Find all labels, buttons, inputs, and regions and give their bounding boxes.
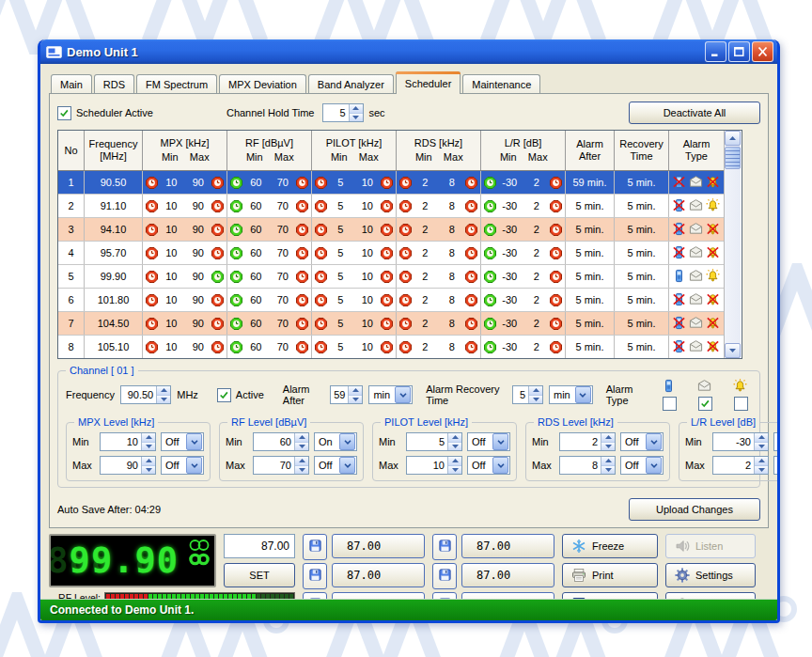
status-bar: Connected to Demo Unit 1. [40,599,777,620]
scroll-down-button[interactable] [725,343,741,358]
table-row[interactable]: 7104.501090607051028-3025 min.5 min. [58,311,724,335]
scroll-thumb[interactable] [725,147,741,169]
max-status-clock-icon [296,224,308,236]
alarm-type-option-phone[interactable] [658,379,680,411]
min-value-spinner[interactable]: 10 [100,432,156,451]
alarm-type-option-mail[interactable] [694,379,716,411]
max-status-clock-icon [550,224,562,236]
alarm-after-spinner[interactable]: 59 [330,385,363,404]
max-value-spinner[interactable]: 90 [100,456,156,475]
tab-main[interactable]: Main [51,74,92,93]
table-row[interactable]: 495.701090607051028-3025 min.5 min. [58,241,724,264]
tab-rds[interactable]: RDS [94,74,134,93]
preset-frequency-button[interactable]: 87.00 [461,563,554,587]
scroll-up-button[interactable] [725,131,741,146]
tab-mpx-deviation[interactable]: MPX Deviation [219,74,306,93]
max-switch-combo[interactable]: Off [467,456,510,475]
deactivate-all-button[interactable]: Deactivate All [629,102,760,124]
maximize-button[interactable] [728,41,750,62]
cell-minmax: 28 [397,218,481,241]
alarm-type-checkbox[interactable] [698,397,712,411]
active-checkbox[interactable]: Active [217,388,264,402]
preset-frequency-button[interactable]: 87.00 [332,592,425,599]
min-status-clock-icon [146,294,158,306]
cell-minmax: 1090 [143,312,227,335]
min-switch-combo[interactable]: On [314,432,357,451]
alarm-after-unit-combo[interactable]: min [368,385,413,404]
stereo-indicator-icon [187,539,211,571]
max-value-spinner[interactable]: 10 [406,456,462,475]
set-button[interactable]: SET [224,563,295,587]
min-value-spinner[interactable]: 2 [559,432,616,451]
table-row[interactable]: 291.101090607051028-3025 min.5 min. [58,194,724,217]
disconnect-button[interactable]: Disconnect [665,592,756,599]
scheduler-active-checkbox[interactable]: Scheduler Active [57,106,153,120]
min-switch-combo[interactable]: Off [161,432,204,451]
max-status-clock-icon [550,271,562,283]
scroll-track[interactable] [725,170,741,343]
save-preset-button[interactable] [432,534,457,560]
settings-button[interactable]: Settings [665,563,756,587]
table-row[interactable]: 190.501090607051028-30259 min.5 min. [58,171,724,194]
max-value-spinner[interactable]: 8 [559,456,616,475]
min-status-clock-icon [484,200,496,212]
max-switch-combo[interactable]: Off [773,456,777,475]
freeze-button[interactable]: Freeze [562,534,658,558]
table-row[interactable]: 394.101090607051028-3025 min.5 min. [58,217,724,241]
alarm-recovery-spinner[interactable]: 5 [512,385,543,404]
tab-fm-spectrum[interactable]: FM Spectrum [136,74,217,93]
preset-frequency-button[interactable]: 87.00 [461,592,554,599]
max-switch-combo[interactable]: Off [314,456,357,475]
max-value-spinner[interactable]: 2 [712,456,769,475]
min-status-clock-icon [484,294,496,306]
print-button[interactable]: Print [562,563,658,587]
min-value-spinner[interactable]: -30 [712,432,769,451]
max-status-clock-icon [211,247,224,259]
max-value-spinner[interactable]: 70 [253,456,309,475]
save-preset-button[interactable] [303,592,327,599]
max-status-clock-icon [465,294,477,306]
min-value-spinner[interactable]: 5 [406,432,462,451]
frequency-spinner[interactable]: 90.50 [120,385,171,404]
minimize-button[interactable] [705,41,726,62]
table-row[interactable]: 599.901090607051028-3025 min.5 min. [58,264,724,288]
min-switch-combo[interactable]: On [773,432,777,451]
save-preset-button[interactable] [432,592,457,599]
titlebar[interactable]: Demo Unit 1 [40,39,777,64]
checkbox-box[interactable] [57,106,71,120]
table-row[interactable]: 8105.101090607051028-3025 min.5 min. [58,335,724,358]
tab-label: Main [60,79,83,90]
alarm-type-checkbox[interactable] [663,397,677,411]
min-switch-combo[interactable]: Off [620,432,664,451]
cell-frequency: 104.50 [85,312,143,335]
table-scrollbar[interactable] [724,131,741,358]
save-preset-button[interactable] [432,563,457,589]
preset-frequency-button[interactable]: 87.00 [461,534,554,558]
alarm-recovery-unit-combo[interactable]: min [549,385,593,404]
min-switch-combo[interactable]: Off [467,432,510,451]
frequency-input[interactable] [224,534,295,558]
alarm-type-option-bell[interactable] [729,379,752,411]
upload-changes-button[interactable]: Upload Changes [629,498,760,521]
hold-time-unit-label: sec [369,107,385,118]
cell-alarm-type [669,336,724,358]
tab-maintenance[interactable]: Maintenance [462,74,540,93]
close-button[interactable] [752,41,773,62]
save-preset-button[interactable] [303,534,327,560]
alarm-type-label: Alarm Type [606,383,648,406]
preset-frequency-button[interactable]: 87.00 [332,563,425,587]
min-value-spinner[interactable]: 60 [253,432,309,451]
view-map-button[interactable]: View Map [562,592,658,599]
channel-hold-time-spinner[interactable]: 5 [322,103,364,122]
cell-minmax: 28 [397,195,481,217]
max-switch-combo[interactable]: Off [620,456,664,475]
save-preset-button[interactable] [303,563,327,589]
max-switch-combo[interactable]: Off [161,456,204,475]
alarm-type-checkbox[interactable] [734,397,748,411]
preset-frequency-button[interactable]: 87.00 [332,534,425,558]
min-status-clock-icon [146,224,158,236]
tab-scheduler[interactable]: Scheduler [396,71,461,94]
cell-minmax: 510 [312,265,397,288]
table-row[interactable]: 6101.801090607051028-3025 min.5 min. [58,288,724,311]
tab-band-analyzer[interactable]: Band Analyzer [308,74,394,93]
